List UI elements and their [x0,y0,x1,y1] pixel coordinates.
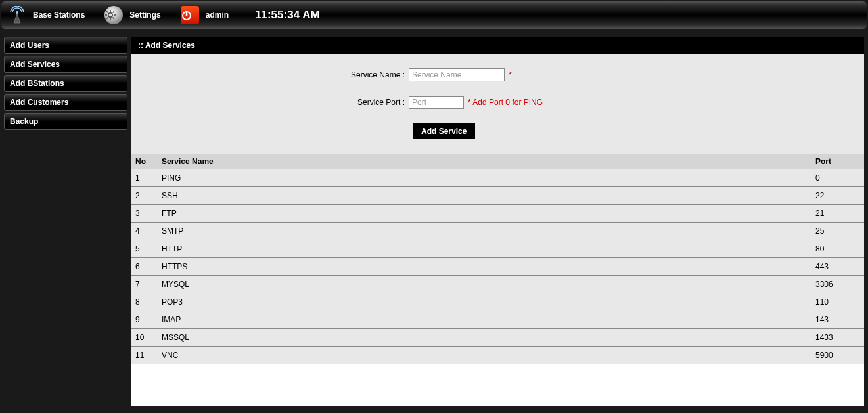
cell-port: 3306 [811,276,864,293]
service-name-label: Service Name : [139,70,409,79]
cell-name: POP3 [158,293,811,311]
table-row: 2SSH22 [131,187,864,205]
table-row: 1PING0 [131,169,864,187]
table-row: 5HTTP80 [131,240,864,258]
form-area: Service Name : * Service Port : * Add Po… [131,54,864,154]
nav-admin[interactable]: admin [181,6,229,24]
cell-name: SMTP [158,223,811,240]
nav-settings-label: Settings [129,11,160,20]
cell-port: 0 [811,169,864,187]
power-icon [181,6,199,24]
cell-name: SSH [158,187,811,205]
cell-port: 22 [811,187,864,205]
add-service-button[interactable]: Add Service [413,123,475,139]
cell-port: 110 [811,293,864,311]
port-hint: * Add Port 0 for PING [468,98,543,107]
cell-name: PING [158,169,811,187]
cell-no: 8 [131,293,158,311]
svg-line-6 [107,11,108,12]
cell-no: 2 [131,187,158,205]
cell-port: 21 [811,205,864,223]
sidebar-item-add-customers[interactable]: Add Customers [4,94,127,111]
sidebar-item-label: Add Customers [10,98,68,107]
service-name-input[interactable] [409,68,505,81]
sidebar-item-label: Add Users [10,41,49,50]
svg-line-8 [107,18,108,19]
col-header-port: Port [811,154,864,169]
sidebar-item-backup[interactable]: Backup [4,113,127,130]
sidebar: Add Users Add Services Add BStations Add… [0,30,131,413]
service-port-label: Service Port : [139,98,409,107]
cell-port: 5900 [811,347,864,364]
cell-port: 80 [811,240,864,258]
cell-no: 11 [131,347,158,364]
cell-name: MYSQL [158,276,811,293]
svg-point-1 [108,13,112,17]
table-row: 7MYSQL3306 [131,276,864,293]
col-header-name: Service Name [158,154,811,169]
nav-base-stations[interactable]: Base Stations [8,6,85,24]
top-bar: Base Stations Settings admin 11:55:34 [1,1,867,29]
panel-title: :: Add Services [131,37,864,54]
cell-name: VNC [158,347,811,364]
service-port-input[interactable] [409,96,464,109]
nav-admin-label: admin [206,11,229,20]
cell-no: 3 [131,205,158,223]
sidebar-item-add-bstations[interactable]: Add BStations [4,75,127,92]
cell-port: 143 [811,311,864,329]
svg-line-9 [113,11,114,12]
cell-name: HTTPS [158,258,811,276]
cell-no: 9 [131,311,158,329]
cell-name: IMAP [158,311,811,329]
cell-no: 5 [131,240,158,258]
cell-no: 1 [131,169,158,187]
services-table: No Service Name Port 1PING02SSH223FTP214… [131,154,864,364]
col-header-no: No [131,154,158,169]
nav-settings[interactable]: Settings [104,6,160,24]
table-row: 8POP3110 [131,293,864,311]
cell-port: 1433 [811,329,864,347]
required-marker: * [509,70,512,79]
cell-name: MSSQL [158,329,811,347]
table-row: 6HTTPS443 [131,258,864,276]
cell-port: 443 [811,258,864,276]
clock: 11:55:34 AM [255,9,320,22]
cell-no: 6 [131,258,158,276]
cell-no: 7 [131,276,158,293]
gear-icon [104,6,123,24]
cell-no: 4 [131,223,158,240]
svg-line-7 [113,18,114,19]
table-row: 3FTP21 [131,205,864,223]
sidebar-item-label: Add BStations [10,79,64,88]
table-row: 11VNC5900 [131,347,864,364]
table-row: 9IMAP143 [131,311,864,329]
sidebar-item-add-users[interactable]: Add Users [4,37,127,54]
cell-name: HTTP [158,240,811,258]
antenna-icon [8,6,26,24]
cell-port: 25 [811,223,864,240]
sidebar-item-label: Backup [10,117,38,126]
table-row: 10MSSQL1433 [131,329,864,347]
table-row: 4SMTP25 [131,223,864,240]
cell-name: FTP [158,205,811,223]
sidebar-item-add-services[interactable]: Add Services [4,56,127,73]
nav-base-stations-label: Base Stations [33,11,85,20]
cell-no: 10 [131,329,158,347]
sidebar-item-label: Add Services [10,60,60,69]
main-content: :: Add Services Service Name : * Service… [131,37,864,406]
